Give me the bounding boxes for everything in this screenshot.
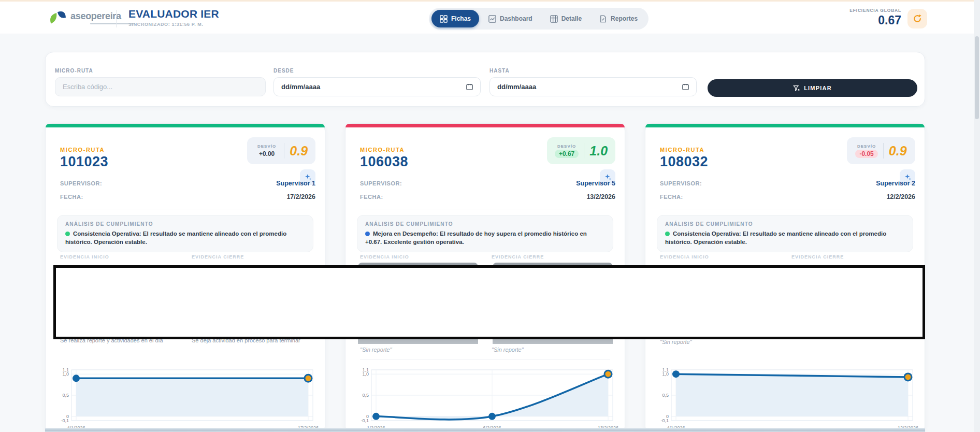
filter-clear-icon <box>793 85 800 92</box>
score-value: 0.9 <box>290 143 308 159</box>
card-code: 106038 <box>360 154 408 170</box>
desde-label: DESDE <box>273 68 294 74</box>
page-title: EVALUADOR IER <box>128 8 219 20</box>
analysis-title: ANÁLISIS DE CUMPLIMIENTO <box>65 221 305 227</box>
fecha-value: 17/2/2026 <box>286 193 315 200</box>
table-icon <box>550 15 558 23</box>
app-header: aseopereira EVALUADOR IER SINCRONIZADO: … <box>0 0 980 34</box>
card-accent-bar <box>46 124 325 127</box>
fecha-label: FECHA: <box>660 194 683 200</box>
desvio-value: +0.00 <box>255 150 279 158</box>
tab-label: Reportes <box>611 15 638 22</box>
fecha-value: 12/2/2026 <box>886 193 915 200</box>
page-scrollbar[interactable] <box>974 0 980 432</box>
grid-icon <box>440 15 448 23</box>
micro-ruta-label: MICRO-RUTA <box>55 68 93 74</box>
svg-text:-0,1: -0,1 <box>660 418 669 423</box>
brand-logo: aseopereira <box>48 9 135 26</box>
bottom-image-strip <box>45 428 925 432</box>
trend-chart: 1,11,00,50-0,14/1/202617/2/2026 <box>52 366 319 432</box>
fecha-value: 13/2/2026 <box>586 193 615 200</box>
scrollbar-thumb[interactable] <box>975 36 979 119</box>
supervisor-value: Supervisor 2 <box>876 180 915 187</box>
analysis-text: Consistencia Operativa: El resultado se … <box>65 231 286 245</box>
supervisor-label: SUPERVISOR: <box>60 180 102 186</box>
tab-dashboard[interactable]: Dashboard <box>480 10 541 27</box>
desvio-badge: DESVÍO -0.05 0.9 <box>847 137 915 164</box>
desvio-badge: DESVÍO +0.67 1.0 <box>547 137 615 164</box>
header-divider <box>116 10 117 27</box>
card-code: 101023 <box>60 154 108 170</box>
chart-line-icon <box>488 15 496 23</box>
svg-text:-0,1: -0,1 <box>361 418 369 423</box>
svg-text:0,5: 0,5 <box>662 393 669 398</box>
caption-inicio: "Sin reporte" <box>660 339 782 345</box>
calendar-icon <box>466 83 473 90</box>
hasta-value: dd/mm/aaaa <box>497 83 536 91</box>
hasta-date-input[interactable]: dd/mm/aaaa <box>489 77 697 96</box>
desvio-label: DESVÍO <box>555 144 579 149</box>
status-dot <box>65 232 70 236</box>
desde-date-input[interactable]: dd/mm/aaaa <box>273 77 481 96</box>
limpiar-button[interactable]: LIMPIAR <box>708 79 917 97</box>
analysis-text: Mejora en Desempeño: El resultado de hoy… <box>365 231 587 245</box>
card-code: 108032 <box>660 154 708 170</box>
svg-text:0,5: 0,5 <box>362 393 369 398</box>
main-nav: Fichas Dashboard Detalle Reportes <box>429 8 648 30</box>
refresh-icon <box>912 13 923 24</box>
trend-chart: 1,11,00,50-0,14/1/202612/2/2026 <box>652 366 919 432</box>
svg-text:1,0: 1,0 <box>62 371 69 377</box>
svg-text:-0,1: -0,1 <box>61 418 69 423</box>
evidencia-cierre-label: EVIDENCIA CIERRE <box>791 254 844 260</box>
analysis-title: ANÁLISIS DE CUMPLIMIENTO <box>665 221 905 227</box>
trend-chart: 1,11,00,50-0,11/2/20266/2/202613/2/2026 <box>352 366 619 432</box>
filter-panel: MICRO-RUTA DESDE dd/mm/aaaa HASTA dd/mm/… <box>45 52 925 107</box>
svg-text:1,0: 1,0 <box>662 371 669 377</box>
caption-cierre: "Sin reporte" <box>492 347 613 353</box>
brand-name: aseopereira <box>70 11 135 22</box>
status-dot <box>665 232 670 236</box>
evidencia-cierre-label: EVIDENCIA CIERRE <box>192 254 244 260</box>
evidencia-inicio-label: EVIDENCIA INICIO <box>660 254 709 260</box>
leaf-icon <box>48 9 66 26</box>
sync-status: SINCRONIZADO: 1:31:56 P. M. <box>128 22 219 27</box>
status-dot <box>365 232 370 236</box>
card-micro-ruta-label: MICRO-RUTA <box>60 147 105 153</box>
micro-ruta-input[interactable] <box>55 77 266 96</box>
calendar-icon <box>682 83 689 90</box>
desvio-label: DESVÍO <box>855 144 877 149</box>
desvio-value: -0.05 <box>855 150 877 158</box>
refresh-button[interactable] <box>907 9 927 28</box>
caption-inicio: "Sin reporte" <box>360 347 482 353</box>
desvio-badge: DESVÍO +0.00 0.9 <box>247 137 315 164</box>
desde-value: dd/mm/aaaa <box>281 83 320 91</box>
tab-reportes[interactable]: Reportes <box>591 10 646 27</box>
tab-detalle[interactable]: Detalle <box>542 10 590 27</box>
svg-text:0,5: 0,5 <box>62 393 69 398</box>
analysis-box: ANÁLISIS DE CUMPLIMIENTO Mejora en Desem… <box>357 215 613 252</box>
redaction-overlay <box>53 265 925 339</box>
global-efficiency-value: 0.67 <box>833 13 901 27</box>
limpiar-label: LIMPIAR <box>804 85 832 91</box>
score-value: 0.9 <box>889 143 907 159</box>
card-micro-ruta-label: MICRO-RUTA <box>660 147 704 153</box>
analysis-text: Consistencia Operativa: El resultado se … <box>665 231 886 245</box>
analysis-box: ANÁLISIS DE CUMPLIMIENTO Consistencia Op… <box>57 215 313 252</box>
fecha-label: FECHA: <box>60 194 83 200</box>
supervisor-label: SUPERVISOR: <box>660 180 702 186</box>
evidencia-cierre-label: EVIDENCIA CIERRE <box>492 254 544 260</box>
global-efficiency-label: EFICIENCIA GLOBAL <box>833 8 901 13</box>
hasta-label: HASTA <box>489 68 510 74</box>
tab-fichas[interactable]: Fichas <box>431 10 479 27</box>
supervisor-value: Supervisor 1 <box>276 180 315 187</box>
analysis-box: ANÁLISIS DE CUMPLIMIENTO Consistencia Op… <box>657 215 913 252</box>
card-accent-bar <box>645 124 925 127</box>
evidencia-inicio-label: EVIDENCIA INICIO <box>360 254 409 260</box>
supervisor-value: Supervisor 5 <box>576 180 615 187</box>
tab-label: Fichas <box>451 15 471 22</box>
analysis-title: ANÁLISIS DE CUMPLIMIENTO <box>365 221 605 227</box>
card-accent-bar <box>345 124 625 127</box>
card-micro-ruta-label: MICRO-RUTA <box>360 147 405 153</box>
tab-label: Detalle <box>561 15 582 22</box>
desvio-value: +0.67 <box>555 150 579 158</box>
